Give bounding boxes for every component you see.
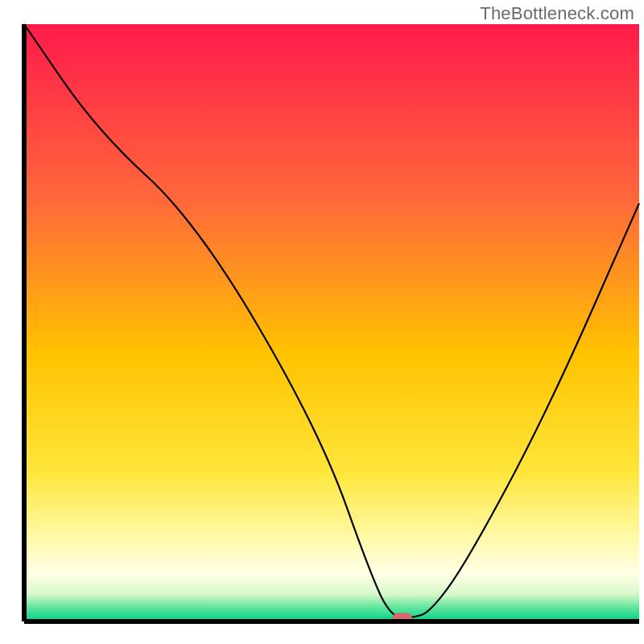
plot-background: [24, 24, 639, 621]
watermark-text: TheBottleneck.com: [480, 3, 634, 24]
chart-container: TheBottleneck.com: [0, 0, 644, 644]
chart-svg: [0, 0, 644, 644]
